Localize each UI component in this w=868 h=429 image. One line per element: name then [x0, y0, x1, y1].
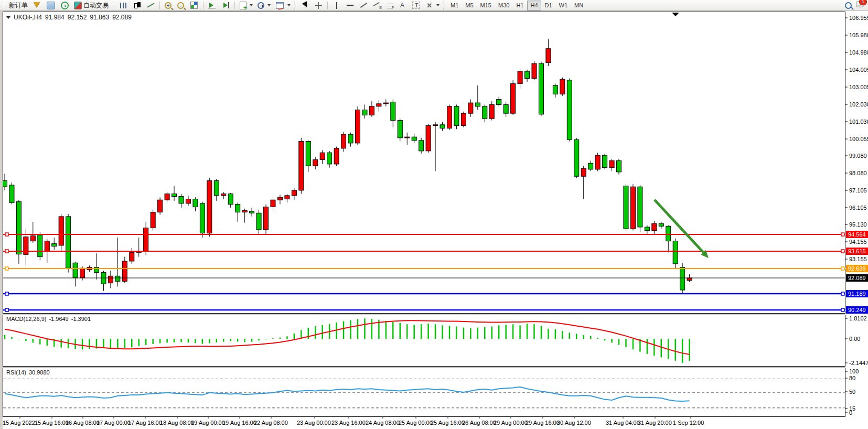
candle	[532, 63, 537, 78]
trendline-button[interactable]	[357, 1, 370, 10]
svg-text:16 Aug 08:00: 16 Aug 08:00	[66, 420, 100, 426]
funnel-icon	[33, 1, 41, 9]
timeframe-mn-button[interactable]: MN	[571, 1, 586, 10]
toolbar-grip	[3, 2, 5, 9]
rsi-axis: 1008050150	[845, 368, 859, 416]
zoom-out-button[interactable]: -	[175, 1, 187, 10]
svg-text:25 Aug 16:00: 25 Aug 16:00	[431, 420, 465, 426]
window-left-border	[0, 11, 3, 429]
candle	[108, 276, 113, 283]
cursor-button[interactable]	[298, 1, 312, 10]
candle	[122, 261, 127, 281]
candle	[553, 85, 558, 94]
metaeditor-button[interactable]	[44, 1, 58, 10]
svg-text:23 Aug 00:00: 23 Aug 00:00	[297, 420, 331, 426]
candle	[38, 235, 42, 257]
chart-menu-arrow[interactable]	[6, 16, 10, 19]
timeframe-m15-button[interactable]: M15	[477, 1, 495, 10]
dropdown-arrow-icon[interactable]	[287, 4, 291, 6]
signals-icon	[61, 2, 69, 9]
new-order-button[interactable]: 新订单	[7, 1, 30, 10]
dropdown-arrow-icon[interactable]	[250, 4, 253, 6]
timeframe-m5-button[interactable]: M5	[462, 1, 476, 10]
toolbar-separator	[327, 2, 328, 9]
notification-badge: 1	[859, 0, 867, 5]
template-button[interactable]	[273, 1, 287, 10]
candle	[603, 155, 607, 167]
tile-windows-button[interactable]	[187, 1, 201, 10]
chart-shift-button[interactable]	[219, 1, 232, 10]
candle	[334, 148, 339, 164]
price-axis: 106.955105.980104.980104.005103.005102.0…	[845, 15, 868, 262]
candle	[144, 228, 148, 252]
macd-pane[interactable]	[3, 315, 845, 367]
chart-low: 91.863	[90, 14, 109, 21]
horizontal-line-button[interactable]	[344, 1, 357, 10]
dropdown-arrow-icon[interactable]	[436, 4, 440, 6]
svg-text:95.130: 95.130	[849, 221, 867, 228]
timeframe-m30-button[interactable]: M30	[495, 1, 512, 10]
chart-area[interactable]: UKOil-,H4 91.984 92.152 91.863 92.089 MA…	[0, 11, 868, 429]
candle	[468, 103, 473, 113]
candle	[45, 241, 49, 252]
svg-text:22 Aug 08:00: 22 Aug 08:00	[254, 420, 288, 426]
toolbar-separator	[159, 2, 160, 9]
candle	[3, 181, 7, 187]
svg-text:50: 50	[849, 389, 855, 395]
candle	[256, 213, 261, 230]
candle	[567, 80, 572, 140]
arrows-button[interactable]	[423, 1, 436, 10]
candle	[461, 113, 466, 125]
line-chart-button[interactable]	[144, 1, 157, 10]
candle	[539, 63, 543, 114]
candle	[581, 168, 586, 176]
candle	[186, 199, 190, 203]
text-button[interactable]	[396, 1, 409, 10]
periods-button[interactable]	[255, 1, 267, 10]
periods-icon	[258, 2, 264, 9]
candle	[609, 160, 614, 167]
candle	[200, 203, 205, 233]
toolbar: 新订单自动交易+-M1M5M15M30H1H4D1W1MN1	[0, 0, 868, 11]
chart-shift-icon	[221, 1, 230, 9]
fibonacci-button[interactable]	[384, 1, 395, 10]
candle	[419, 141, 424, 151]
horizontal-line-icon	[346, 1, 355, 9]
candle	[179, 197, 184, 203]
funnel-button[interactable]	[30, 1, 44, 10]
auto-scroll-button[interactable]	[206, 1, 219, 10]
dropdown-arrow-icon[interactable]	[267, 4, 271, 6]
chart-canvas[interactable]: 106.955105.980104.980104.005103.005102.0…	[0, 11, 868, 429]
svg-text:96.105: 96.105	[849, 205, 867, 211]
toolbar-grip	[294, 2, 296, 9]
timeframe-h4-button[interactable]: H4	[527, 1, 541, 10]
candle	[271, 200, 275, 207]
equidistant-channel-button[interactable]	[371, 1, 384, 10]
text-label-button[interactable]	[410, 1, 422, 10]
crosshair-button[interactable]	[312, 1, 325, 10]
candle	[687, 278, 692, 281]
svg-text:106.955: 106.955	[849, 15, 868, 21]
search-button[interactable]	[842, 1, 854, 10]
candle	[250, 211, 254, 213]
zoom-in-button[interactable]: +	[162, 1, 174, 10]
candle	[483, 106, 487, 119]
new-chart-button[interactable]	[237, 1, 249, 10]
candle	[9, 185, 14, 202]
signals-button[interactable]	[58, 1, 71, 10]
svg-text:93.615: 93.615	[848, 248, 866, 254]
timeframe-m1-button[interactable]: M1	[447, 1, 462, 10]
timeframe-h1-button[interactable]: H1	[513, 1, 527, 10]
vertical-line-button[interactable]	[330, 1, 343, 10]
bar-chart-button[interactable]	[117, 1, 130, 10]
candle	[221, 194, 226, 196]
candle	[313, 160, 318, 166]
timeframe-d1-button[interactable]: D1	[542, 1, 555, 10]
candlestick-chart-button[interactable]	[131, 1, 144, 10]
candle	[264, 207, 269, 230]
notifications-button[interactable]: 1	[855, 0, 865, 10]
timeframe-w1-button[interactable]: W1	[556, 1, 571, 10]
auto-trading-button[interactable]: 自动交易	[71, 1, 111, 10]
candle	[673, 241, 678, 264]
svg-text:1 Sep 12:00: 1 Sep 12:00	[673, 420, 704, 426]
